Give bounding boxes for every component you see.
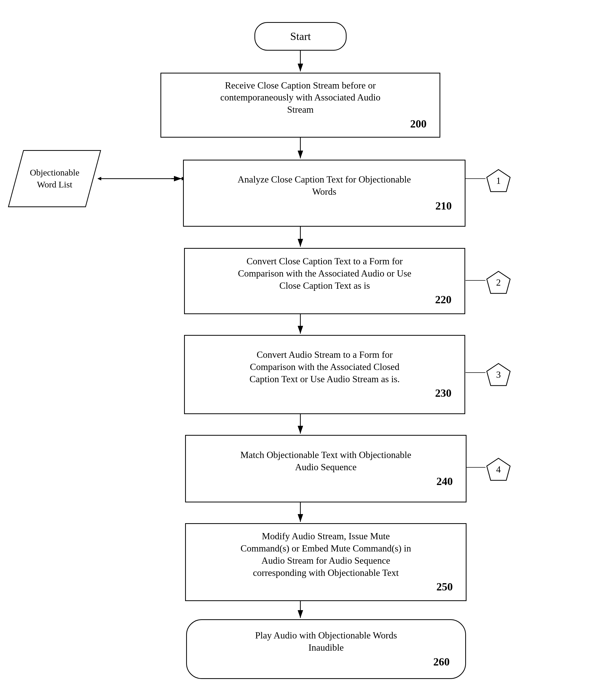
diagram-container: Start Receive Close Caption Stream befor… [0, 0, 601, 700]
step-210-box: Analyze Close Caption Text for Objection… [183, 160, 466, 227]
step-220-box: Convert Close Caption Text to a Form for… [184, 248, 465, 314]
badge-1: 1 [485, 168, 511, 194]
badge-4: 4 [485, 457, 511, 483]
start-label: Start [290, 30, 311, 43]
step-240-box: Match Objectionable Text with Objectiona… [185, 435, 467, 502]
objectionable-word-list-text: ObjectionableWord List [30, 167, 79, 191]
step-260-text: Play Audio with Objectionable WordsInaud… [255, 629, 397, 654]
step-260-box: Play Audio with Objectionable WordsInaud… [186, 619, 466, 679]
step-210-text: Analyze Close Caption Text for Objection… [237, 173, 411, 198]
step-260-num: 260 [433, 655, 450, 669]
svg-text:1: 1 [496, 176, 501, 186]
step-200-box: Receive Close Caption Stream before orco… [160, 73, 440, 138]
badge-2: 2 [485, 270, 511, 296]
step-200-text: Receive Close Caption Stream before orco… [220, 79, 381, 116]
step-230-text: Convert Audio Stream to a Form forCompar… [249, 349, 400, 385]
step-230-box: Convert Audio Stream to a Form forCompar… [184, 335, 465, 414]
step-250-text: Modify Audio Stream, Issue MuteCommand(s… [241, 530, 411, 579]
step-220-num: 220 [435, 293, 451, 307]
svg-text:3: 3 [496, 370, 501, 380]
step-200-num: 200 [410, 117, 427, 131]
badge-3: 3 [485, 362, 511, 388]
start-node: Start [254, 22, 347, 51]
step-240-num: 240 [436, 474, 453, 489]
step-250-box: Modify Audio Stream, Issue MuteCommand(s… [185, 523, 467, 601]
step-250-num: 250 [436, 580, 453, 594]
step-230-num: 230 [435, 386, 451, 400]
step-210-num: 210 [435, 199, 452, 213]
svg-text:2: 2 [496, 277, 501, 288]
svg-text:4: 4 [496, 464, 501, 475]
step-220-text: Convert Close Caption Text to a Form for… [238, 255, 411, 292]
step-240-text: Match Objectionable Text with Objectiona… [241, 449, 411, 473]
svg-marker-12 [97, 177, 101, 180]
